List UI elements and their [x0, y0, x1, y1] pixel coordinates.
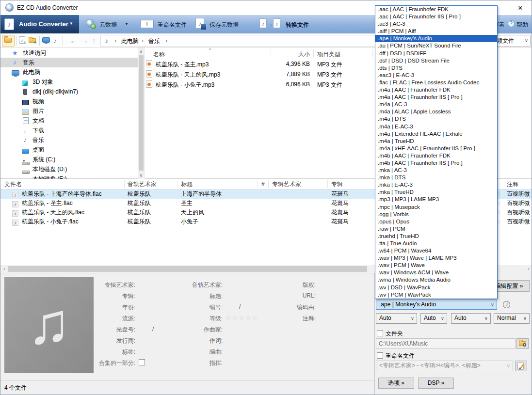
column-separator[interactable]: [124, 180, 125, 188]
scrollbar-thumb[interactable]: [139, 55, 144, 171]
sidebar-item-videos[interactable]: 视频: [0, 96, 138, 106]
browse-computer-button[interactable]: [42, 36, 52, 46]
format-option[interactable]: .wav | MP3 | Wave | LAME MP3: [375, 254, 497, 262]
column-separator[interactable]: [177, 180, 177, 188]
format-option[interactable]: .m4a | E-AC-3: [375, 123, 497, 130]
format-option[interactable]: .opus | Opus: [375, 218, 497, 225]
folder-checkbox[interactable]: [377, 330, 383, 336]
sidebar-item-drive-d[interactable]: 本地磁盘 (D:): [0, 164, 138, 174]
help-button[interactable]: ? 帮助: [508, 15, 532, 33]
column-separator[interactable]: [258, 180, 258, 188]
sidebar-item-downloads[interactable]: ↓ 下载: [0, 126, 138, 135]
format-option[interactable]: .mka | TrueHD: [375, 189, 497, 196]
up-button[interactable]: ↑: [92, 36, 96, 45]
format-option[interactable]: .aac | AAC | Fraunhofer FDK: [375, 6, 497, 13]
format-option[interactable]: .m4a | xHE-AAC | Fraunhofer IIS [ Pro ]: [375, 145, 497, 152]
metadata-button[interactable]: 元数据 ▼: [83, 15, 135, 33]
scrollbar-thumb[interactable]: [8, 266, 367, 272]
close-button[interactable]: ✕: [515, 3, 526, 13]
forward-button[interactable]: →: [81, 36, 88, 45]
column-separator[interactable]: [313, 49, 314, 57]
scroll-left-icon[interactable]: ‹: [1, 266, 7, 271]
format-option[interactable]: .aiff | PCM | Aiff: [375, 28, 497, 35]
sidebar-item-music-selected[interactable]: ♪ 音乐: [0, 58, 138, 67]
sidebar-item-desktop[interactable]: 桌面: [0, 145, 138, 155]
preset-combo[interactable]: Normal ∨: [494, 313, 530, 324]
format-option[interactable]: .au | PCM | Sun/NeXT Sound File: [375, 42, 497, 49]
column-header-number[interactable]: #: [261, 179, 265, 190]
column-header-type[interactable]: 项目类型: [317, 50, 340, 59]
rename-checkbox[interactable]: [377, 352, 383, 359]
format-option[interactable]: .aac | AAC | Fraunhofer IIS [ Pro ]: [375, 13, 497, 20]
format-option[interactable]: .w64 | PCM | Wave64: [375, 247, 497, 254]
format-option[interactable]: .m4b | AAC | Fraunhofer FDK: [375, 152, 497, 159]
sidebar-item-device-dlkj[interactable]: dlkj (dlkj-dlkjwin7): [0, 87, 138, 96]
sidebar-scrollbar[interactable]: ∧ ∨: [138, 47, 145, 179]
format-option[interactable]: .m4a | ALAC | Apple Lossless: [375, 108, 497, 115]
edit-pattern-button[interactable]: [515, 361, 527, 371]
sidebar-item-drive-c[interactable]: 系统 (C:): [0, 155, 138, 164]
rating-stars[interactable]: ☆☆☆☆☆: [226, 314, 258, 321]
format-option[interactable]: .m4a | AAC | Fraunhofer FDK: [375, 86, 497, 94]
format-option[interactable]: .wav | PCM | Wave: [375, 262, 497, 269]
option-combo-2[interactable]: Auto ∨: [420, 313, 447, 324]
convert-files-button[interactable]: ♪ → ♪ 转换文件: [258, 15, 318, 33]
format-option[interactable]: .dts | DTS: [375, 64, 497, 72]
format-option[interactable]: .wav | Windows ACM | Wave: [375, 269, 497, 276]
home-folder-button[interactable]: [2, 35, 15, 47]
compilation-checkbox[interactable]: [139, 359, 145, 365]
rename-pattern-combo[interactable]: <专辑艺术家> - <专辑>\<编号>. <标题> ∨: [376, 361, 513, 371]
scroll-up-icon[interactable]: ∧: [138, 47, 145, 54]
sidebar-item-music[interactable]: ♪ 音乐: [0, 135, 138, 145]
rename-files-button[interactable]: I 重命名文件: [139, 15, 202, 33]
format-option[interactable]: .flac | FLAC | Free Lossless Audio Codec: [375, 79, 497, 86]
browse-folder-button[interactable]: [516, 338, 529, 349]
format-option[interactable]: .mp3 | MP3 | LAME MP3: [375, 196, 497, 203]
sidebar-item-3d-objects[interactable]: 3D 对象: [0, 77, 138, 87]
format-option[interactable]: .m4b | AAC | Fraunhofer IIS [ Pro ]: [375, 159, 497, 167]
format-option[interactable]: .mka | AC-3: [375, 167, 497, 174]
column-separator[interactable]: [327, 180, 328, 188]
column-separator[interactable]: [268, 180, 269, 188]
output-format-combo[interactable]: .ape | Monkey's Audio ∨: [376, 300, 497, 310]
column-separator[interactable]: [372, 49, 373, 57]
option-combo-1[interactable]: Auto ∨: [376, 313, 417, 324]
sidebar-item-documents[interactable]: 文档: [0, 116, 138, 126]
add-files-button[interactable]: ♪ +: [19, 36, 28, 46]
breadcrumb-item-music[interactable]: 音乐: [148, 37, 160, 46]
browse-music-button[interactable]: ♪: [53, 37, 57, 44]
column-header-album[interactable]: 专辑: [331, 179, 343, 190]
options-button[interactable]: 选项 »: [378, 378, 414, 389]
format-option[interactable]: .wma | Windows Media Audio: [375, 276, 497, 284]
scroll-right-icon[interactable]: ›: [526, 266, 532, 271]
column-header-name[interactable]: 名称: [153, 50, 165, 59]
format-info-icon[interactable]: i: [503, 301, 510, 308]
format-option[interactable]: .m4a | TrueHD: [375, 138, 497, 145]
sidebar-item-pictures[interactable]: 图片: [0, 106, 138, 116]
format-option[interactable]: .ac3 | AC-3: [375, 20, 497, 28]
column-header-size[interactable]: 大小: [274, 50, 310, 59]
format-option[interactable]: .dsf | DSD | DSD Stream File: [375, 57, 497, 64]
format-option[interactable]: .wv | DSD | WavPack: [375, 284, 497, 291]
dsp-button[interactable]: DSP »: [418, 378, 454, 389]
format-option[interactable]: .dff | DSD | DSDIFF: [375, 50, 497, 57]
format-option-selected[interactable]: .ape | Monkey's Audio: [375, 35, 497, 42]
breadcrumb-item-computer[interactable]: 此电脑: [121, 37, 139, 46]
app-menu-button[interactable]: ♪ Audio Converter ▼: [0, 15, 79, 33]
column-header-album-artist[interactable]: 专辑艺术家: [272, 179, 301, 190]
back-button[interactable]: ←: [70, 36, 77, 45]
output-folder-field[interactable]: C:\Users\XU\Music: [376, 338, 516, 349]
format-option[interactable]: .raw | PCM: [375, 225, 497, 233]
add-folder-button[interactable]: +: [29, 36, 38, 46]
format-option[interactable]: .mka | E-AC-3: [375, 181, 497, 189]
format-option[interactable]: .m4a | AC-3: [375, 101, 497, 108]
format-option[interactable]: .m4a | Extended HE-AAC | Exhale: [375, 130, 497, 138]
scroll-down-icon[interactable]: ∨: [138, 173, 145, 178]
column-separator[interactable]: [271, 49, 271, 57]
format-option[interactable]: .mka | DTS: [375, 174, 497, 181]
format-option[interactable]: .truehd | TrueHD: [375, 233, 497, 240]
sidebar-item-this-pc[interactable]: 此电脑: [0, 67, 138, 77]
format-option[interactable]: .ogg | Vorbis: [375, 211, 497, 218]
option-combo-3[interactable]: Auto ∨: [451, 313, 491, 324]
format-option[interactable]: .eac3 | E-AC-3: [375, 72, 497, 79]
